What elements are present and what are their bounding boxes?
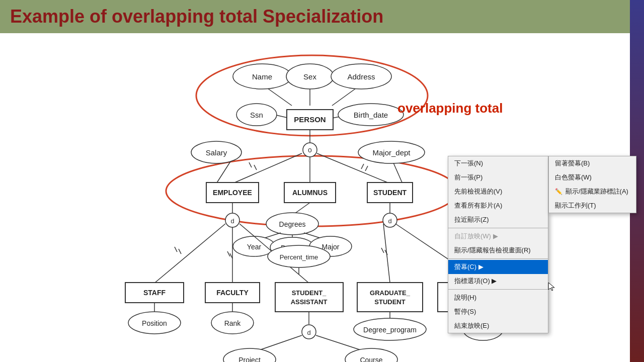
svg-line-20 (365, 166, 368, 171)
year-label: Year (247, 243, 262, 251)
position-label: Position (142, 319, 167, 327)
sex-label: Sex (303, 72, 316, 81)
svg-line-44 (227, 251, 230, 256)
svg-line-40 (179, 249, 181, 254)
menu-prev[interactable]: 前一張(P) (448, 170, 548, 185)
svg-line-17 (249, 162, 252, 167)
svg-line-41 (175, 247, 177, 252)
svg-text:STUDENT: STUDENT (374, 298, 405, 306)
person-label: PERSON (294, 115, 326, 124)
menu-all-videos[interactable]: 查看所有影片(A) (448, 199, 548, 213)
sub-menu[interactable]: 留著螢幕(B) 白色螢幕(W) 顯示/隱藏業跡標註(A) 顯示工作列(T) (548, 156, 636, 213)
submenu-show-hide-annotations[interactable]: 顯示/隱藏業跡標註(A) (549, 185, 636, 199)
context-menu[interactable]: 下一張(N) 前一張(P) 先前檢視過的(V) 查看所有影片(A) 拉近顯示(Z… (448, 156, 548, 333)
menu-zoom[interactable]: 拉近顯示(Z) (448, 213, 548, 227)
birth-date-label: Birth_date (354, 111, 388, 119)
header: Example of overlapping total Specializat… (0, 0, 644, 33)
degrees-label: Degrees (279, 220, 306, 228)
salary-label: Salary (206, 148, 227, 157)
employee-label: EMPLOYEE (213, 189, 252, 197)
name-label: Name (252, 72, 272, 81)
svg-line-21 (361, 164, 364, 169)
d-circle-left: d (230, 217, 234, 225)
alumnus-label: ALUMNUS (292, 189, 328, 197)
svg-rect-60 (275, 283, 343, 312)
submenu-white-screen[interactable]: 白色螢幕(W) (549, 170, 636, 185)
submenu-keep-screen[interactable]: 留著螢幕(B) (549, 156, 636, 170)
menu-prev-view[interactable]: 先前檢視過的(V) (448, 185, 548, 199)
svg-text:ASSISTANT: ASSISTANT (291, 298, 328, 306)
course-label: Course (360, 356, 382, 362)
menu-screen[interactable]: 螢幕(C) ▶ (448, 260, 548, 274)
menu-end[interactable]: 結束放映(E) (448, 319, 548, 333)
menu-divider-3 (448, 289, 548, 290)
student-label: STUDENT (373, 189, 407, 197)
percent-time-label: Percent_time (280, 253, 318, 261)
menu-pointer[interactable]: 指標選項(O) ▶ (448, 274, 548, 288)
menu-next[interactable]: 下一張(N) (448, 156, 548, 170)
menu-divider-1 (448, 228, 548, 228)
rank-label: Rank (224, 319, 242, 327)
svg-line-39 (154, 224, 225, 283)
diagram-area: Name Sex Address Ssn PERSON Birth_date o (0, 35, 630, 362)
submenu-show-taskbar[interactable]: 顯示工作列(T) (549, 199, 636, 213)
d-circle-bottom: d (307, 329, 310, 336)
d-circle-right: d (388, 217, 391, 225)
graduate-student-label: GRADUATE_ (370, 289, 411, 297)
svg-line-54 (381, 248, 384, 253)
menu-custom-show[interactable]: 自訂放映(W) ▶ (448, 229, 548, 243)
ssn-label: Ssn (250, 111, 263, 119)
address-label: Address (347, 72, 375, 81)
menu-show-hide[interactable]: 顯示/隱藏報告檢視畫面(R) (448, 243, 548, 257)
faculty-label: FACULTY (216, 289, 249, 297)
student-assistant-label: STUDENT_ (292, 289, 327, 297)
overlap-total-label: overlapping total (397, 101, 503, 116)
staff-label: STAFF (143, 289, 166, 297)
menu-pause[interactable]: 暫停(S) (448, 305, 548, 319)
svg-line-16 (254, 165, 257, 170)
page-title: Example of overlapping total Specializat… (10, 6, 634, 27)
major-dept-label: Major_dept (372, 148, 411, 157)
menu-divider-2 (448, 258, 548, 259)
project-label: Project (238, 356, 261, 362)
overlap-circle: o (308, 146, 312, 154)
degree-program-label: Degree_program (363, 326, 417, 334)
menu-help[interactable]: 說明(H) (448, 291, 548, 305)
svg-rect-62 (357, 283, 423, 312)
